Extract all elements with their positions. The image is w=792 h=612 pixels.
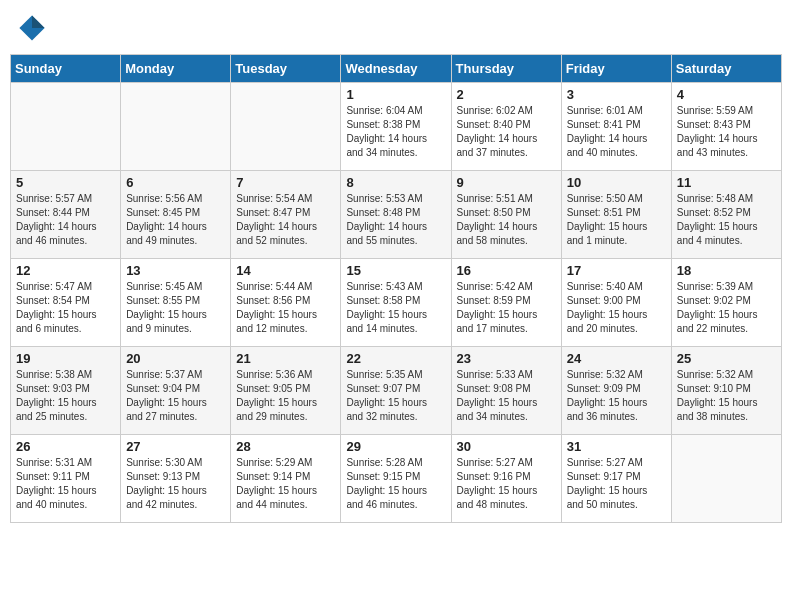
daylight-text: Daylight: 14 hours and 58 minutes. — [457, 221, 538, 246]
calendar-day-cell: 9 Sunrise: 5:51 AM Sunset: 8:50 PM Dayli… — [451, 171, 561, 259]
day-info: Sunrise: 5:54 AM Sunset: 8:47 PM Dayligh… — [236, 192, 335, 248]
sunset-text: Sunset: 9:10 PM — [677, 383, 751, 394]
daylight-text: Daylight: 14 hours and 43 minutes. — [677, 133, 758, 158]
daylight-text: Daylight: 15 hours and 27 minutes. — [126, 397, 207, 422]
sunrise-text: Sunrise: 6:04 AM — [346, 105, 422, 116]
sunset-text: Sunset: 8:58 PM — [346, 295, 420, 306]
calendar-day-cell: 25 Sunrise: 5:32 AM Sunset: 9:10 PM Dayl… — [671, 347, 781, 435]
day-of-week-header: Saturday — [671, 55, 781, 83]
sunset-text: Sunset: 9:11 PM — [16, 471, 90, 482]
sunrise-text: Sunrise: 5:30 AM — [126, 457, 202, 468]
day-number: 27 — [126, 439, 225, 454]
day-info: Sunrise: 5:45 AM Sunset: 8:55 PM Dayligh… — [126, 280, 225, 336]
daylight-text: Daylight: 15 hours and 34 minutes. — [457, 397, 538, 422]
day-info: Sunrise: 5:29 AM Sunset: 9:14 PM Dayligh… — [236, 456, 335, 512]
day-info: Sunrise: 5:35 AM Sunset: 9:07 PM Dayligh… — [346, 368, 445, 424]
sunset-text: Sunset: 8:55 PM — [126, 295, 200, 306]
sunset-text: Sunset: 9:15 PM — [346, 471, 420, 482]
sunset-text: Sunset: 9:17 PM — [567, 471, 641, 482]
daylight-text: Daylight: 14 hours and 49 minutes. — [126, 221, 207, 246]
calendar-day-cell: 11 Sunrise: 5:48 AM Sunset: 8:52 PM Dayl… — [671, 171, 781, 259]
calendar-header-row: SundayMondayTuesdayWednesdayThursdayFrid… — [11, 55, 782, 83]
calendar-day-cell: 21 Sunrise: 5:36 AM Sunset: 9:05 PM Dayl… — [231, 347, 341, 435]
sunrise-text: Sunrise: 5:42 AM — [457, 281, 533, 292]
sunset-text: Sunset: 9:08 PM — [457, 383, 531, 394]
day-number: 23 — [457, 351, 556, 366]
day-number: 3 — [567, 87, 666, 102]
day-info: Sunrise: 6:01 AM Sunset: 8:41 PM Dayligh… — [567, 104, 666, 160]
calendar-day-cell: 22 Sunrise: 5:35 AM Sunset: 9:07 PM Dayl… — [341, 347, 451, 435]
sunrise-text: Sunrise: 5:27 AM — [457, 457, 533, 468]
sunrise-text: Sunrise: 5:54 AM — [236, 193, 312, 204]
day-of-week-header: Friday — [561, 55, 671, 83]
day-number: 21 — [236, 351, 335, 366]
calendar-day-cell: 31 Sunrise: 5:27 AM Sunset: 9:17 PM Dayl… — [561, 435, 671, 523]
day-number: 26 — [16, 439, 115, 454]
day-info: Sunrise: 5:47 AM Sunset: 8:54 PM Dayligh… — [16, 280, 115, 336]
daylight-text: Daylight: 14 hours and 46 minutes. — [16, 221, 97, 246]
day-info: Sunrise: 5:43 AM Sunset: 8:58 PM Dayligh… — [346, 280, 445, 336]
calendar-week-row: 1 Sunrise: 6:04 AM Sunset: 8:38 PM Dayli… — [11, 83, 782, 171]
sunrise-text: Sunrise: 5:59 AM — [677, 105, 753, 116]
day-of-week-header: Thursday — [451, 55, 561, 83]
day-info: Sunrise: 6:02 AM Sunset: 8:40 PM Dayligh… — [457, 104, 556, 160]
calendar-week-row: 19 Sunrise: 5:38 AM Sunset: 9:03 PM Dayl… — [11, 347, 782, 435]
day-number: 18 — [677, 263, 776, 278]
calendar-day-cell: 17 Sunrise: 5:40 AM Sunset: 9:00 PM Dayl… — [561, 259, 671, 347]
daylight-text: Daylight: 15 hours and 40 minutes. — [16, 485, 97, 510]
sunset-text: Sunset: 9:07 PM — [346, 383, 420, 394]
sunrise-text: Sunrise: 5:51 AM — [457, 193, 533, 204]
day-of-week-header: Wednesday — [341, 55, 451, 83]
sunrise-text: Sunrise: 6:02 AM — [457, 105, 533, 116]
calendar-day-cell — [671, 435, 781, 523]
sunset-text: Sunset: 9:05 PM — [236, 383, 310, 394]
sunrise-text: Sunrise: 5:35 AM — [346, 369, 422, 380]
day-info: Sunrise: 5:32 AM Sunset: 9:10 PM Dayligh… — [677, 368, 776, 424]
day-number: 19 — [16, 351, 115, 366]
daylight-text: Daylight: 15 hours and 20 minutes. — [567, 309, 648, 334]
sunset-text: Sunset: 9:03 PM — [16, 383, 90, 394]
calendar-day-cell: 12 Sunrise: 5:47 AM Sunset: 8:54 PM Dayl… — [11, 259, 121, 347]
day-number: 30 — [457, 439, 556, 454]
daylight-text: Daylight: 15 hours and 38 minutes. — [677, 397, 758, 422]
calendar-day-cell — [11, 83, 121, 171]
daylight-text: Daylight: 15 hours and 1 minute. — [567, 221, 648, 246]
daylight-text: Daylight: 14 hours and 37 minutes. — [457, 133, 538, 158]
day-info: Sunrise: 5:38 AM Sunset: 9:03 PM Dayligh… — [16, 368, 115, 424]
day-info: Sunrise: 5:51 AM Sunset: 8:50 PM Dayligh… — [457, 192, 556, 248]
calendar-day-cell: 30 Sunrise: 5:27 AM Sunset: 9:16 PM Dayl… — [451, 435, 561, 523]
day-number: 20 — [126, 351, 225, 366]
day-info: Sunrise: 5:31 AM Sunset: 9:11 PM Dayligh… — [16, 456, 115, 512]
day-number: 7 — [236, 175, 335, 190]
logo-icon — [18, 14, 46, 42]
calendar-day-cell: 13 Sunrise: 5:45 AM Sunset: 8:55 PM Dayl… — [121, 259, 231, 347]
sunset-text: Sunset: 8:48 PM — [346, 207, 420, 218]
calendar-day-cell: 2 Sunrise: 6:02 AM Sunset: 8:40 PM Dayli… — [451, 83, 561, 171]
sunrise-text: Sunrise: 5:47 AM — [16, 281, 92, 292]
day-of-week-header: Tuesday — [231, 55, 341, 83]
calendar-day-cell: 28 Sunrise: 5:29 AM Sunset: 9:14 PM Dayl… — [231, 435, 341, 523]
sunrise-text: Sunrise: 5:29 AM — [236, 457, 312, 468]
calendar-day-cell: 26 Sunrise: 5:31 AM Sunset: 9:11 PM Dayl… — [11, 435, 121, 523]
calendar-day-cell: 5 Sunrise: 5:57 AM Sunset: 8:44 PM Dayli… — [11, 171, 121, 259]
sunrise-text: Sunrise: 5:32 AM — [677, 369, 753, 380]
calendar-day-cell: 10 Sunrise: 5:50 AM Sunset: 8:51 PM Dayl… — [561, 171, 671, 259]
day-info: Sunrise: 5:32 AM Sunset: 9:09 PM Dayligh… — [567, 368, 666, 424]
day-number: 28 — [236, 439, 335, 454]
day-number: 15 — [346, 263, 445, 278]
day-info: Sunrise: 5:39 AM Sunset: 9:02 PM Dayligh… — [677, 280, 776, 336]
day-number: 8 — [346, 175, 445, 190]
sunrise-text: Sunrise: 6:01 AM — [567, 105, 643, 116]
day-info: Sunrise: 6:04 AM Sunset: 8:38 PM Dayligh… — [346, 104, 445, 160]
day-info: Sunrise: 5:48 AM Sunset: 8:52 PM Dayligh… — [677, 192, 776, 248]
sunrise-text: Sunrise: 5:36 AM — [236, 369, 312, 380]
sunset-text: Sunset: 9:04 PM — [126, 383, 200, 394]
sunset-text: Sunset: 8:56 PM — [236, 295, 310, 306]
calendar-day-cell: 16 Sunrise: 5:42 AM Sunset: 8:59 PM Dayl… — [451, 259, 561, 347]
day-info: Sunrise: 5:33 AM Sunset: 9:08 PM Dayligh… — [457, 368, 556, 424]
sunset-text: Sunset: 9:00 PM — [567, 295, 641, 306]
day-info: Sunrise: 5:28 AM Sunset: 9:15 PM Dayligh… — [346, 456, 445, 512]
sunset-text: Sunset: 8:51 PM — [567, 207, 641, 218]
sunrise-text: Sunrise: 5:32 AM — [567, 369, 643, 380]
day-number: 12 — [16, 263, 115, 278]
